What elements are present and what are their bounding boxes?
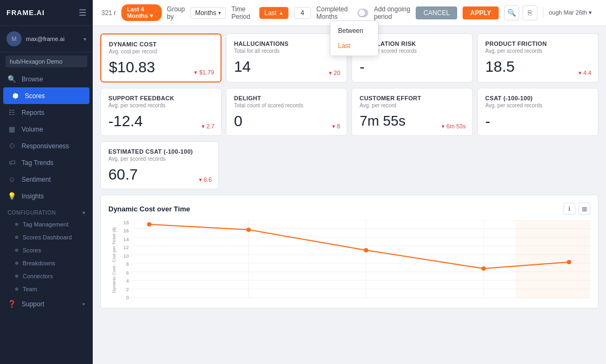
group-by-label: Group by: [167, 5, 185, 20]
sidebar-item-support[interactable]: ❓ Support ▾: [0, 296, 93, 312]
insights-icon: 💡: [8, 192, 16, 200]
y-axis-label-container: Dynamic Cost - Cost per Ticket ($): [108, 220, 119, 300]
sidebar-sub-scores: Scores: [23, 247, 41, 253]
sidebar-item-tag-management[interactable]: Tag Management: [0, 218, 93, 231]
chart-expand-button[interactable]: ▦: [579, 203, 590, 215]
sidebar-item-team[interactable]: Team: [0, 283, 93, 296]
sidebar-item-insights[interactable]: 💡 Insights: [0, 188, 93, 204]
card-product-friction: PRODUCT FRICTION Avg. per scored records…: [477, 33, 598, 83]
card-delight-change: ▾ 8: [332, 123, 340, 130]
record-count: 321 r: [101, 9, 116, 17]
card-csat-value: -: [485, 113, 590, 130]
card-dynamic-cost: DYNAMIC COST Avg. cost per record $10.83…: [100, 33, 222, 83]
group-by-select[interactable]: Months ▾: [190, 7, 226, 19]
card-delight-value: 0: [234, 113, 339, 130]
y-tick-4: 4: [119, 278, 129, 284]
svg-rect-13: [515, 220, 590, 298]
sidebar-item-sentiment[interactable]: ☺ Sentiment: [0, 171, 93, 188]
card-delight-subtitle: Total count of scored records: [234, 102, 339, 108]
sidebar-item-breakdowns[interactable]: Breakdowns: [0, 257, 93, 270]
card-dynamic-cost-title: DYNAMIC COST: [109, 41, 213, 47]
y-tick-10: 10: [119, 253, 129, 259]
card-product-friction-change: ▾ 4.4: [579, 70, 591, 77]
dropdown-option-last[interactable]: Last: [330, 38, 378, 53]
completed-months-label: Completed Months: [316, 5, 352, 20]
card-dynamic-cost-subtitle: Avg. cost per record: [109, 49, 213, 54]
sidebar-item-scores[interactable]: ⬢ Scores: [3, 87, 89, 104]
chart-dot-4: [481, 266, 486, 271]
y-axis-ticks: 18 16 14 12 10 8 6 4 2 0: [119, 220, 131, 300]
chart-canvas-container: [131, 220, 590, 300]
card-support-feedback-subtitle: Avg. per scored records: [108, 102, 214, 108]
card-escalation-risk-value: -: [360, 58, 465, 75]
sidebar-item-volume[interactable]: ▦ Volume: [0, 121, 93, 138]
configuration-section: Configuration ▾: [0, 204, 93, 218]
share-icon-button[interactable]: ⎘: [522, 5, 538, 20]
avatar: M: [6, 31, 22, 46]
tag-trends-icon: 🏷: [8, 159, 16, 167]
time-period-value: Last: [264, 9, 277, 17]
sidebar-sub-tag-management: Tag Management: [23, 221, 68, 228]
y-tick-16: 16: [119, 228, 129, 233]
cancel-button[interactable]: CANCEL: [416, 6, 457, 19]
sidebar-item-tag-trends[interactable]: 🏷 Tag Trends: [0, 154, 93, 171]
sidebar-sub-team: Team: [23, 286, 37, 292]
sidebar-item-sentiment-label: Sentiment: [22, 176, 51, 183]
search-icon-button[interactable]: 🔍: [504, 5, 519, 20]
sidebar-item-scores-sub[interactable]: Scores: [0, 244, 93, 257]
scores-icon: ⬢: [11, 92, 19, 100]
sidebar-menu-icon[interactable]: ☰: [79, 8, 86, 18]
card-support-feedback-title: SUPPORT FEEDBACK: [108, 95, 214, 101]
card-product-friction-title: PRODUCT FRICTION: [485, 40, 590, 47]
group-by-value: Months: [195, 9, 216, 17]
toggle-knob: [359, 10, 365, 16]
sidebar-item-browse[interactable]: 🔍 Browse: [0, 71, 93, 87]
time-period-select[interactable]: Last ▲: [259, 7, 288, 19]
date-range[interactable]: ough Mar 26th ▾: [543, 7, 597, 18]
time-period-number[interactable]: [294, 7, 311, 19]
sidebar: FRAME.AI ☰ M max@frame.ai ▾ hub/Hexagon …: [0, 0, 93, 364]
sidebar-item-scores-dashboard[interactable]: Scores Dashboard: [0, 231, 93, 244]
time-period-arrow-icon: ▲: [279, 10, 284, 16]
filter-pill-label: Last 4 Months ▾: [127, 6, 156, 19]
card-product-friction-subtitle: Avg. per scored records: [485, 48, 590, 54]
filter-pill[interactable]: Last 4 Months ▾: [121, 4, 161, 21]
sidebar-item-support-label: Support: [22, 300, 44, 308]
chart-dot-3: [364, 248, 368, 252]
sidebar-item-connectors[interactable]: Connectors: [0, 270, 93, 283]
volume-icon: ▦: [8, 125, 16, 133]
chart-info-button[interactable]: ℹ: [563, 203, 575, 215]
chart-title: Dynamic Cost over Time: [108, 205, 190, 213]
sub-dot-icon: [15, 236, 18, 239]
topbar-icons: 🔍 ⎘: [504, 5, 538, 20]
sidebar-item-tag-trends-label: Tag Trends: [22, 159, 53, 167]
sidebar-item-volume-label: Volume: [22, 126, 43, 133]
sidebar-item-responsiveness[interactable]: ⏲ Responsiveness: [0, 138, 93, 154]
card-support-feedback-change: ▾ 2.7: [202, 123, 215, 130]
chart-dot-1: [147, 222, 152, 226]
cards-row-2: SUPPORT FEEDBACK Avg. per scored records…: [100, 88, 598, 136]
sidebar-item-reports-label: Reports: [22, 109, 44, 116]
y-tick-0: 0: [119, 295, 129, 300]
org-switcher[interactable]: hub/Hexagon Demo: [5, 56, 87, 67]
chart-dot-2: [246, 228, 251, 232]
card-hallucinations-change: ▾ 20: [329, 70, 340, 77]
sidebar-item-browse-label: Browse: [22, 75, 43, 83]
sidebar-user[interactable]: M max@frame.ai ▾: [0, 26, 93, 52]
sidebar-item-reports[interactable]: ☷ Reports: [0, 104, 93, 121]
chart-header: Dynamic Cost over Time ℹ ▦: [108, 203, 590, 215]
dropdown-option-between[interactable]: Between: [330, 23, 378, 38]
chart-dot-5: [567, 260, 571, 264]
apply-button[interactable]: APPLY: [463, 6, 499, 19]
card-estimated-csat-title: ESTIMATED CSAT (-100-100): [108, 148, 211, 155]
y-tick-12: 12: [119, 245, 129, 250]
user-dropdown-icon: ▾: [84, 36, 86, 42]
card-csat-subtitle: Avg. per scored records: [485, 102, 590, 108]
card-csat: CSAT (-100-100) Avg. per scored records …: [477, 88, 598, 136]
app-logo: FRAME.AI: [6, 9, 45, 17]
card-hallucinations-value: 14: [234, 58, 339, 75]
sub-dot-icon: [15, 262, 18, 265]
sidebar-sub-breakdowns: Breakdowns: [23, 260, 56, 266]
ongoing-period-toggle[interactable]: [357, 9, 369, 17]
y-tick-2: 2: [119, 287, 129, 292]
